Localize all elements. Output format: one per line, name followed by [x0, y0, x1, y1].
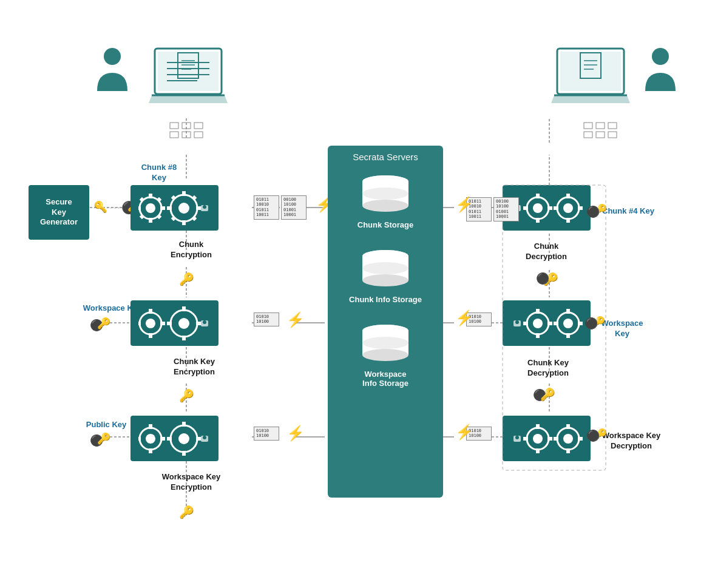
secure-key-generator: Secure Key Generator: [29, 185, 89, 240]
svg-rect-160: [547, 437, 552, 441]
gear-box-r2: [503, 300, 591, 346]
svg-point-76: [178, 318, 189, 329]
wkd-bullet: ⚫: [586, 429, 600, 442]
svg-rect-91: [182, 422, 186, 427]
chunk-encryption-label: Chunk Encryption: [161, 240, 222, 260]
svg-rect-130: [536, 194, 540, 198]
left-laptop-icon: [149, 46, 228, 115]
svg-point-143: [533, 319, 543, 328]
diagram: Secure Key Generator 🔑 ····· ⚫ 🔑 Chunk #…: [0, 0, 715, 588]
svg-rect-139: [554, 206, 558, 210]
svg-rect-93: [196, 437, 201, 441]
svg-rect-147: [523, 322, 528, 325]
svg-rect-64: [171, 215, 175, 220]
svg-point-129: [533, 203, 543, 213]
svg-rect-55: [156, 214, 161, 218]
svg-rect-54: [139, 214, 144, 218]
svg-rect-151: [566, 333, 570, 338]
svg-point-70: [146, 319, 155, 328]
svg-rect-31: [158, 52, 219, 91]
svg-rect-122: [608, 123, 617, 129]
svg-point-99: [362, 200, 408, 212]
svg-rect-50: [149, 218, 152, 223]
chunk-key-decryption-label: Chunk Key Decryption: [512, 358, 585, 379]
wke-key: 🔑: [179, 505, 194, 519]
chunk-info-storage-container: Chunk Info Storage: [349, 249, 422, 304]
left-person-icon: [94, 46, 130, 96]
svg-point-111: [362, 325, 408, 337]
svg-rect-145: [536, 333, 540, 338]
binary-data-4: 0101010100: [254, 427, 279, 441]
svg-rect-52: [138, 206, 141, 210]
svg-rect-92: [182, 451, 186, 456]
svg-point-90: [178, 433, 189, 444]
svg-point-29: [104, 48, 121, 65]
svg-rect-144: [536, 309, 540, 314]
svg-rect-137: [566, 218, 570, 223]
svg-rect-63: [191, 195, 196, 200]
svg-rect-65: [191, 215, 196, 220]
svg-rect-161: [523, 437, 528, 441]
svg-point-96: [203, 436, 206, 439]
lightning-r2: ⚡: [455, 309, 473, 326]
svg-rect-86: [149, 448, 152, 453]
svg-rect-87: [160, 437, 165, 441]
chunk-storage-label: Chunk Storage: [358, 220, 413, 229]
public-key-label: Public Key: [79, 420, 134, 430]
chunk4-key-bullet: ⚫: [586, 205, 600, 218]
svg-rect-61: [196, 206, 201, 210]
svg-rect-114: [560, 52, 621, 91]
svg-point-109: [362, 349, 408, 361]
right-laptop-icon: [551, 46, 630, 115]
svg-rect-138: [578, 206, 583, 210]
svg-rect-120: [584, 123, 592, 129]
lightning-r3: ⚡: [455, 424, 473, 441]
svg-rect-85: [149, 424, 152, 429]
right-person-icon: [642, 46, 679, 96]
svg-rect-164: [566, 424, 570, 429]
svg-rect-165: [566, 448, 570, 453]
svg-rect-73: [160, 322, 165, 325]
chunk-enc-key: 🔑: [179, 272, 194, 286]
chunk8-key-label: Chunk #8 Key: [135, 163, 183, 183]
gear-box-2: [130, 300, 219, 346]
svg-rect-44: [170, 132, 178, 138]
chunk-key-enc-key: 🔑: [179, 388, 194, 403]
workspace-key-encryption-label: Workspace Key Encryption: [155, 472, 228, 493]
svg-point-101: [362, 175, 408, 188]
svg-point-48: [146, 203, 155, 213]
svg-rect-62: [167, 206, 172, 210]
chunk-icons-right: [583, 121, 619, 154]
svg-point-100: [362, 188, 408, 200]
svg-rect-121: [596, 123, 605, 129]
svg-rect-43: [194, 123, 203, 129]
wk-right-bullet: ⚫: [585, 317, 598, 330]
svg-point-104: [362, 274, 408, 286]
public-key-icon: 🔑: [97, 432, 110, 445]
chunk-storage-container: Chunk Storage: [358, 174, 413, 229]
svg-point-58: [178, 203, 189, 214]
svg-rect-166: [578, 437, 583, 441]
workspace-key-icon: 🔑: [97, 317, 110, 330]
binary-data-2: 00100101000100110001: [281, 195, 307, 220]
svg-point-105: [362, 262, 408, 274]
svg-rect-150: [566, 309, 570, 314]
svg-rect-136: [566, 194, 570, 198]
svg-rect-56: [139, 197, 144, 201]
svg-rect-51: [160, 206, 165, 210]
binary-data-1: 01011100100101110011: [254, 195, 279, 220]
skg-key-icon: 🔑: [94, 200, 107, 214]
workspace-info-storage-label: Workspace Info Storage: [362, 370, 408, 388]
svg-rect-66: [171, 195, 175, 200]
svg-rect-146: [547, 322, 552, 325]
svg-rect-167: [554, 437, 558, 441]
svg-rect-123: [584, 132, 592, 138]
lightning-r1: ⚡: [455, 196, 473, 213]
lightning-2: ⚡: [286, 311, 305, 328]
binary-data-3: 0101010100: [254, 313, 279, 326]
lightning-3: ⚡: [286, 425, 305, 442]
svg-rect-125: [608, 132, 617, 138]
svg-rect-158: [536, 424, 540, 429]
svg-point-82: [203, 320, 206, 324]
svg-rect-133: [523, 206, 528, 210]
